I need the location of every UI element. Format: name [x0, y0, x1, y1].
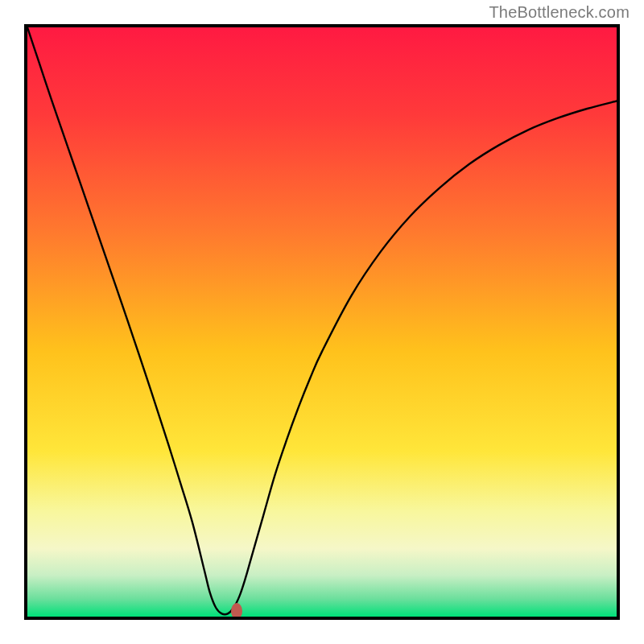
watermark-text: TheBottleneck.com	[489, 3, 630, 22]
bottleneck-curve	[27, 27, 617, 617]
optimal-point-marker	[231, 603, 242, 619]
plot-area	[24, 24, 620, 620]
chart-container: TheBottleneck.com	[0, 0, 644, 644]
